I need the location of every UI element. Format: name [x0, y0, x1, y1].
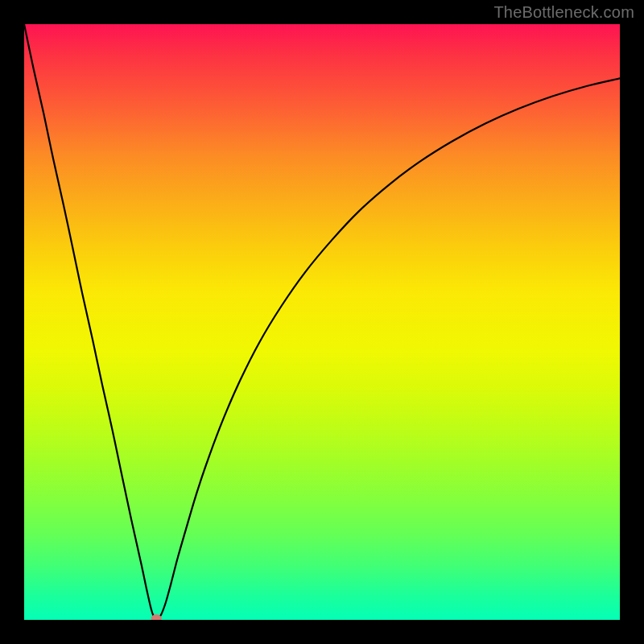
curve-layer [24, 24, 620, 620]
plot-area [24, 24, 620, 620]
watermark-text: TheBottleneck.com [493, 3, 634, 22]
gradient-rect [24, 24, 620, 620]
chart-stage: TheBottleneck.com [0, 0, 644, 644]
